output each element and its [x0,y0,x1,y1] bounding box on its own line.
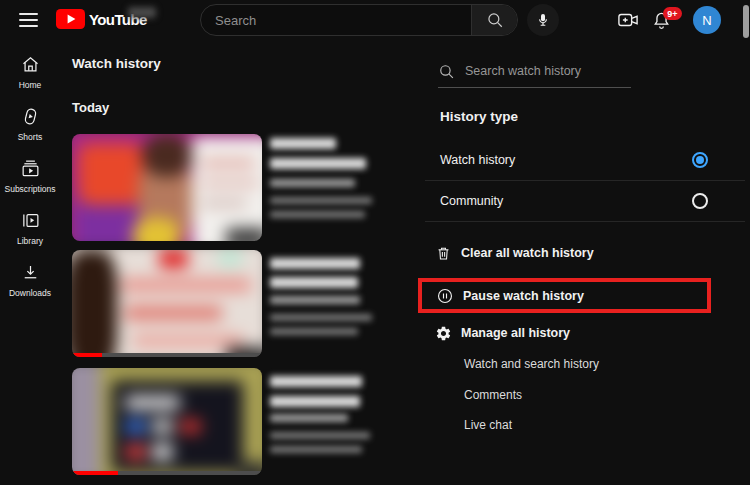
blurred-video-title [270,158,366,169]
blurred-video-title [270,258,360,269]
history-type-title: History type [440,109,518,124]
video-row[interactable] [72,368,417,478]
youtube-logo-icon [56,9,85,29]
search-icon [486,11,504,29]
sidebar-item-label: Shorts [18,132,43,142]
subscriptions-icon [20,158,41,179]
action-label: Pause watch history [463,289,584,303]
video-thumbnail[interactable] [72,250,262,357]
blurred-video-title [270,396,360,407]
pause-watch-history-button[interactable]: Pause watch history [418,278,711,313]
sidebar-item-downloads[interactable]: Downloads [0,262,60,314]
voice-search-button[interactable] [527,4,559,36]
avatar[interactable]: N [693,6,721,34]
progress-bar [72,353,102,357]
option-label: Watch history [440,153,515,167]
trash-icon [435,245,452,262]
blurred-video-description [270,211,365,218]
blurred-video-description [270,197,372,204]
action-label: Manage all history [461,326,570,340]
search-icon [438,63,455,80]
notification-count-badge: 9+ [663,7,682,20]
blurred-video-meta [270,414,348,422]
progress-track [72,471,262,475]
sub-item-comments[interactable]: Comments [464,383,522,407]
sidebar: Home Shorts Subscriptions Library Downlo… [0,40,60,485]
search-button[interactable] [471,5,517,35]
watch-history-search[interactable] [438,55,631,88]
search-input[interactable] [201,5,471,35]
sidebar-item-label: Home [19,80,42,90]
radio-on-icon[interactable] [692,152,708,168]
mic-icon [535,12,551,28]
history-settings-panel: History type Watch history Community Cle… [425,40,750,485]
create-button[interactable] [617,10,639,30]
radio-off-icon[interactable] [692,193,708,209]
blurred-thumbnail-art [72,250,262,357]
avatar-initial: N [702,13,711,28]
sidebar-item-label: Subscriptions [4,184,55,194]
sidebar-item-subscriptions[interactable]: Subscriptions [0,158,60,210]
watch-history-search-input[interactable] [465,64,631,78]
action-label: Clear all watch history [461,246,594,260]
blurred-country-code [128,7,156,18]
pause-icon [436,287,454,305]
gear-icon [435,325,452,342]
blurred-video-meta [270,296,360,304]
sidebar-item-home[interactable]: Home [0,54,60,106]
search-bar [200,4,518,36]
blurred-video-title [270,138,336,149]
blurred-video-meta [270,179,355,187]
clear-all-watch-history-button[interactable]: Clear all watch history [425,236,594,270]
section-label-today: Today [72,100,109,115]
blurred-thumbnail-art [72,368,262,475]
blurred-video-description [270,432,370,439]
create-icon [617,10,639,30]
video-row[interactable] [72,134,417,244]
menu-icon[interactable] [19,11,38,29]
sub-item-live-chat[interactable]: Live chat [464,413,512,437]
blurred-video-description [270,314,372,321]
video-row[interactable] [72,250,417,360]
blurred-video-title [270,277,358,288]
option-community[interactable]: Community [425,181,745,222]
blurred-video-description [270,328,358,335]
library-icon [20,210,41,231]
blurred-thumbnail-art [72,134,262,241]
option-watch-history[interactable]: Watch history [425,140,745,181]
scrollbar-thumb[interactable] [743,5,749,38]
sidebar-item-label: Library [17,236,43,246]
shorts-icon [20,106,41,127]
sub-item-watch-and-search-history[interactable]: Watch and search history [464,352,599,376]
top-bar: YouTube 9+ N [0,0,750,40]
progress-bar [72,471,118,475]
downloads-icon [20,262,41,283]
blurred-video-description [270,446,362,453]
blurred-video-title [270,376,362,387]
sidebar-item-shorts[interactable]: Shorts [0,106,60,158]
sidebar-item-library[interactable]: Library [0,210,60,262]
option-label: Community [440,194,503,208]
video-thumbnail[interactable] [72,368,262,475]
home-icon [20,54,41,75]
page-title: Watch history [72,56,161,71]
progress-track [72,353,262,357]
sidebar-item-label: Downloads [9,288,51,298]
video-thumbnail[interactable] [72,134,262,241]
manage-all-history-button[interactable]: Manage all history [425,316,570,350]
